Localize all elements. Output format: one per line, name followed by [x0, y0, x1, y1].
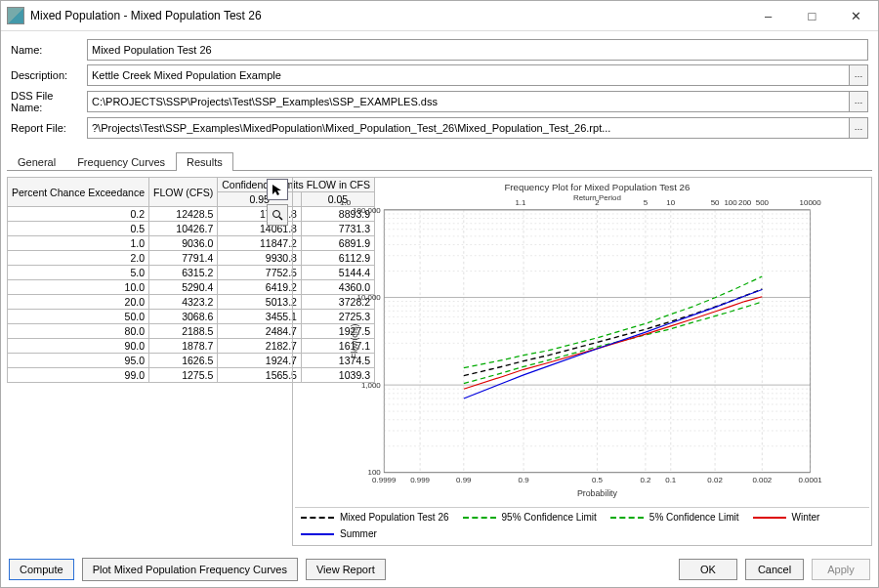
svg-text:0.9999: 0.9999 — [372, 476, 397, 484]
legend-cl95: 95% Confidence Limit — [463, 512, 597, 523]
maximize-button[interactable]: □ — [790, 2, 834, 30]
dss-label: DSS File Name: — [11, 90, 87, 113]
svg-text:1.0: 1.0 — [340, 198, 352, 207]
svg-text:10000: 10000 — [800, 198, 822, 207]
col-percent-chance: Percent Chance Exceedance — [8, 178, 149, 207]
svg-text:Return Period: Return Period — [573, 193, 621, 202]
ok-button[interactable]: OK — [679, 559, 737, 580]
app-window: Mixed Population - Mixed Population Test… — [0, 0, 879, 588]
svg-text:0.999: 0.999 — [410, 476, 430, 484]
form-area: Name: Description: … DSS File Name: … Re… — [1, 31, 878, 148]
svg-text:1.1: 1.1 — [515, 198, 526, 207]
legend-winter: Winter — [753, 512, 820, 523]
svg-text:0.02: 0.02 — [707, 476, 722, 484]
plot-legend: Mixed Population Test 26 95% Confidence … — [295, 507, 869, 543]
results-table-panel: Percent Chance Exceedance FLOW (CFS) Con… — [7, 177, 263, 546]
name-label: Name: — [11, 44, 87, 56]
svg-text:0.9: 0.9 — [519, 476, 530, 484]
svg-point-0 — [273, 211, 280, 218]
plot-area[interactable]: 1001,00010,000100,0000.99990.9990.990.90… — [295, 180, 869, 507]
close-button[interactable]: ✕ — [834, 2, 878, 30]
svg-text:Frequency Plot for Mixed Popul: Frequency Plot for Mixed Population Test… — [504, 182, 690, 192]
report-label: Report File: — [11, 122, 87, 134]
svg-text:0.1: 0.1 — [665, 476, 677, 484]
svg-text:0.002: 0.002 — [752, 476, 772, 484]
tab-bar: General Frequency Curves Results — [7, 148, 872, 170]
view-report-button[interactable]: View Report — [306, 559, 386, 580]
dss-browse-button[interactable]: … — [850, 91, 868, 112]
dss-input[interactable] — [87, 91, 850, 112]
app-icon — [7, 7, 24, 24]
report-browse-button[interactable]: … — [850, 117, 868, 139]
svg-text:Probability: Probability — [577, 488, 618, 498]
svg-text:100,000: 100,000 — [353, 206, 381, 215]
minimize-button[interactable]: – — [746, 2, 790, 30]
tab-frequency-curves[interactable]: Frequency Curves — [66, 152, 176, 171]
tab-general[interactable]: General — [7, 152, 66, 171]
description-label: Description: — [11, 69, 87, 81]
svg-text:200: 200 — [738, 198, 752, 207]
legend-summer: Summer — [301, 528, 377, 539]
svg-line-1 — [279, 217, 282, 220]
svg-text:0.5: 0.5 — [592, 476, 604, 484]
svg-text:10: 10 — [666, 198, 675, 207]
svg-text:5: 5 — [644, 198, 649, 207]
description-input[interactable] — [87, 64, 850, 86]
svg-text:0.0001: 0.0001 — [799, 476, 823, 484]
description-browse-button[interactable]: … — [850, 64, 868, 86]
pointer-tool-button[interactable] — [267, 179, 288, 200]
window-title: Mixed Population - Mixed Population Test… — [30, 9, 746, 22]
magnifier-icon — [272, 209, 283, 221]
plot-tool-column — [267, 177, 288, 546]
plot-button[interactable]: Plot Mixed Population Frequency Curves — [82, 558, 298, 581]
titlebar: Mixed Population - Mixed Population Test… — [1, 1, 878, 31]
footer-bar: Compute Plot Mixed Population Frequency … — [1, 552, 878, 587]
results-content: Percent Chance Exceedance FLOW (CFS) Con… — [1, 171, 878, 552]
pointer-icon — [272, 184, 283, 195]
svg-text:50: 50 — [711, 198, 720, 207]
cancel-button[interactable]: Cancel — [745, 559, 804, 580]
report-input[interactable] — [87, 117, 850, 139]
svg-text:500: 500 — [756, 198, 770, 207]
compute-button[interactable]: Compute — [9, 559, 74, 580]
col-flow: FLOW (CFS) — [149, 178, 218, 207]
zoom-tool-button[interactable] — [267, 204, 288, 226]
tab-results[interactable]: Results — [176, 152, 233, 171]
name-input[interactable] — [87, 39, 868, 61]
svg-text:1,000: 1,000 — [361, 381, 381, 390]
svg-text:0.99: 0.99 — [456, 476, 472, 484]
svg-text:0.2: 0.2 — [640, 476, 650, 484]
legend-main: Mixed Population Test 26 — [301, 512, 449, 523]
plot-panel: 1001,00010,000100,0000.99990.9990.990.90… — [292, 177, 872, 546]
legend-cl5: 5% Confidence Limit — [610, 512, 739, 523]
svg-text:10,000: 10,000 — [356, 293, 381, 302]
apply-button[interactable]: Apply — [812, 559, 870, 580]
svg-text:100: 100 — [724, 198, 737, 207]
col-cl95: 0.95 — [218, 192, 302, 207]
svg-text:Flow(cfs): Flow(cfs) — [350, 323, 359, 358]
